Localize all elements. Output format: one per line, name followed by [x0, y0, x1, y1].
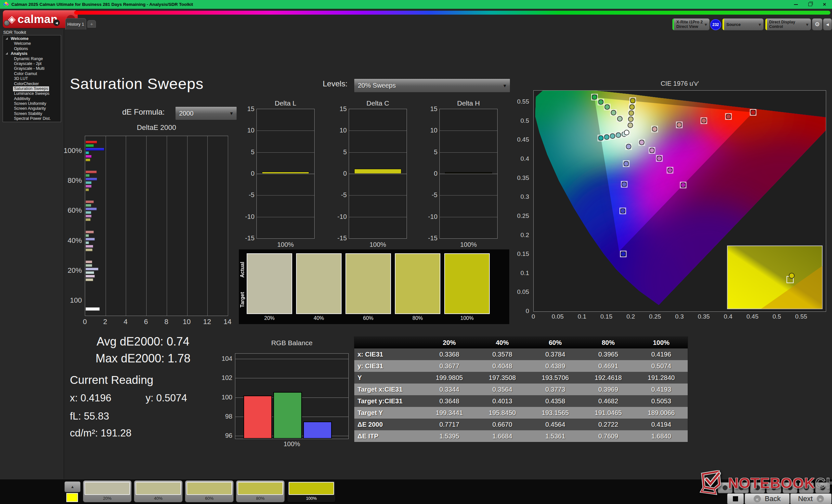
axis-tick-label: 100 — [46, 296, 82, 305]
table-cell: 0.3784 — [529, 348, 582, 360]
axis-tick-label: 5 — [236, 148, 255, 156]
table-cell: 0.4358 — [529, 395, 582, 407]
table-cell: 0.4013 — [476, 395, 529, 407]
meter-count-badge[interactable]: 232 — [710, 19, 721, 30]
back-chevrons-icon: « — [754, 495, 761, 502]
bar — [85, 230, 94, 233]
gridline — [187, 136, 187, 316]
collapse-left-icon: ◀ — [826, 22, 829, 27]
minimize-button[interactable] — [793, 2, 799, 7]
axis-tick-label: 0 — [419, 170, 438, 177]
axis-tick-label: -10 — [328, 213, 347, 221]
axis-tick-label: 0.45 — [510, 136, 529, 143]
bar — [85, 268, 99, 271]
sidebar-item-dynamic-range[interactable]: Dynamic Range — [3, 56, 61, 61]
tab-history-1[interactable]: History 1 — [65, 18, 86, 30]
expand-patterns-button[interactable]: ▲ — [64, 481, 81, 492]
gridline — [146, 136, 147, 316]
sweep-level-button-100[interactable]: 100% — [287, 480, 336, 502]
axis-tick-label: -15 — [236, 234, 255, 242]
window-controls: × — [793, 2, 828, 7]
table-cell: 0.3344 — [423, 384, 476, 395]
sidebar-item-screen-angularity[interactable]: Screen Angularity — [3, 106, 61, 111]
sweep-level-button-60[interactable]: 60% — [185, 480, 234, 502]
bar-green — [273, 392, 302, 439]
expander-icon — [5, 37, 8, 39]
axis-tick-label: 0.5 — [767, 313, 786, 320]
axis-tick-label: 0.4 — [718, 313, 738, 320]
axis-tick-label: -10 — [236, 213, 255, 221]
axis-tick-label: 100% — [46, 146, 82, 155]
up-arrow-icon: ▲ — [71, 484, 74, 489]
sidebar-item-welcome[interactable]: Welcome — [3, 41, 61, 46]
sidebar-item-screen-stability[interactable]: Screen Stability — [3, 111, 61, 116]
axis-tick-label: -10 — [419, 213, 438, 221]
display-control-button[interactable]: Direct Display Control ▾ — [765, 18, 811, 30]
gridline — [257, 174, 314, 174]
levels-dropdown[interactable]: 20% Sweeps ▼ — [354, 79, 510, 92]
sidebar-item-additivity[interactable]: Additivity — [3, 96, 61, 101]
bar-red — [243, 395, 272, 439]
swatch-label: 100% — [444, 315, 490, 321]
bar — [85, 260, 92, 263]
sidebar-item-analysis[interactable]: Analysis — [3, 51, 61, 56]
restore-button[interactable] — [807, 2, 813, 7]
measurement-table: 20%40%60%80%100%x: CIE310.33680.35780.37… — [354, 336, 688, 442]
sweep-level-button-40[interactable]: 40% — [134, 480, 183, 502]
delta-l-y-axis: 151050-5-10-15 — [236, 109, 255, 239]
sidebar-item-luminance-sweeps[interactable]: Luminance Sweeps — [3, 91, 61, 96]
avg-de2000: Avg dE2000: 0.74 — [73, 333, 213, 350]
bar — [85, 238, 95, 241]
measured-point-cyan-sweep — [604, 135, 609, 140]
current-cdm2-value: cd/m²: 191.28 — [70, 427, 132, 439]
panel-collapse-button[interactable]: ◀ — [823, 18, 832, 30]
gridline — [257, 217, 314, 217]
close-icon: × — [823, 2, 826, 7]
sidebar-item-grayscale-multi[interactable]: Grayscale - Multi — [3, 66, 61, 71]
sidebar-item-options[interactable]: Options — [3, 47, 61, 51]
sidebar-collapse-button[interactable]: ◀ — [53, 20, 60, 26]
table-row-label: ΔE 2000 — [354, 419, 423, 430]
display-status-stripe — [765, 19, 767, 30]
sidebar-item-label: Saturation Sweeps — [13, 86, 49, 91]
bar — [85, 181, 92, 184]
close-button[interactable]: × — [822, 2, 828, 7]
axis-tick-label: 100 — [213, 394, 232, 401]
gridline — [235, 359, 348, 359]
table-cell: 199.9805 — [423, 372, 476, 384]
bar — [85, 207, 97, 211]
sidebar-item-screen-uniformity[interactable]: Screen Uniformity — [3, 101, 61, 106]
sidebar-item-spectral-power-dist[interactable]: Spectral Power Dist. — [3, 116, 61, 121]
source-button[interactable]: Source ▾ — [722, 18, 764, 30]
sidebar-item-colorchecker[interactable]: ColorChecker — [3, 82, 61, 86]
sidebar-item-saturation-sweeps[interactable]: Saturation Sweeps — [3, 86, 61, 91]
table-column-header: 100% — [635, 337, 688, 348]
axis-tick-label: 0.4 — [510, 155, 529, 162]
color-swatch-80 — [395, 253, 440, 314]
sweep-level-button-20[interactable]: 20% — [83, 480, 132, 502]
sweep-level-button-80[interactable]: 80% — [236, 480, 285, 502]
axis-tick-label: 0.15 — [597, 313, 616, 320]
bar — [85, 215, 92, 218]
sidebar-item-grayscale-2pt[interactable]: Grayscale - 2pt — [3, 61, 61, 66]
table-cell: 197.3508 — [476, 372, 529, 384]
axis-tick-label: 0.3 — [670, 313, 689, 320]
measured-point-green-sweep — [592, 94, 597, 100]
axis-tick-label: 60% — [46, 206, 82, 215]
de-formula-dropdown[interactable]: 2000 ▼ — [175, 107, 237, 120]
bar — [85, 248, 93, 251]
table-row-label: x: CIE31 — [354, 348, 423, 360]
sidebar-item-color-gamut[interactable]: Color Gamut — [3, 72, 61, 76]
sidebar-item-label: Additivity — [13, 96, 31, 101]
add-tab-button[interactable]: + — [87, 20, 96, 28]
gridline — [235, 378, 348, 378]
axis-tick-label: 0.05 — [548, 313, 568, 320]
sidebar-options-button[interactable] — [4, 20, 10, 26]
meter-button[interactable]: X-Rite i1Pro 2Direct View ▾ — [672, 18, 710, 30]
minimize-icon — [794, 4, 798, 5]
sidebar-item-welcome[interactable]: Welcome — [3, 36, 61, 41]
sidebar-item-3d-lut[interactable]: 3D LUT — [3, 76, 61, 81]
settings-gear-button[interactable]: ⚙ — [812, 18, 823, 30]
bar — [354, 169, 401, 174]
sidebar-item-label: Screen Uniformity — [13, 101, 47, 106]
